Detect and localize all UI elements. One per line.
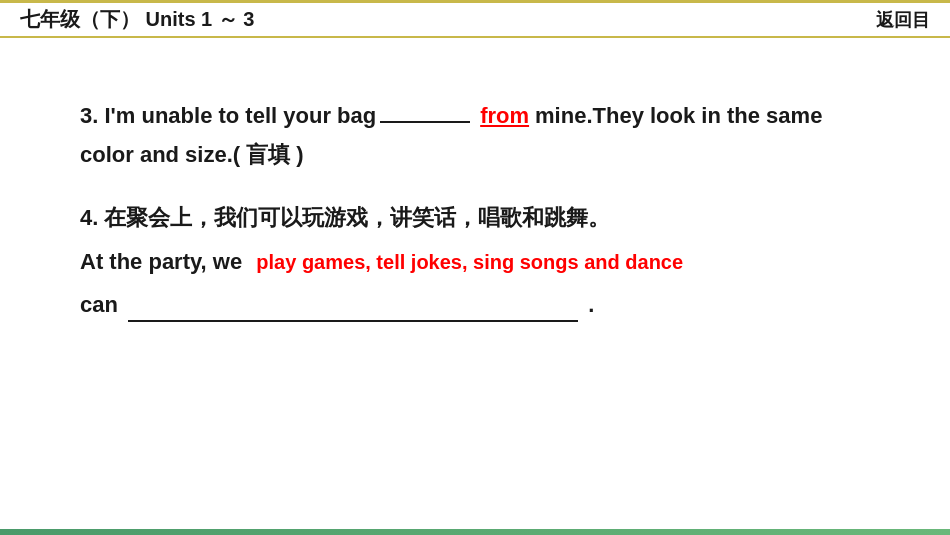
bottom-bar — [0, 529, 950, 535]
q4-long-underline — [128, 320, 578, 322]
header: 七年级（下） Units 1 ～ 3 返回目 — [0, 0, 950, 38]
question-4: 4. 在聚会上，我们可以玩游戏，讲笑话，唱歌和跳舞。 At the party,… — [80, 200, 870, 322]
q4-english-before: At the party, we — [80, 249, 242, 274]
question-3-line1: 3. I'm unable to tell your bag from mine… — [80, 98, 870, 133]
q4-line3-before: can — [80, 292, 118, 317]
q3-text-after: mine.They look in the same — [535, 98, 822, 133]
q4-chinese: 4. 在聚会上，我们可以玩游戏，讲笑话，唱歌和跳舞。 — [80, 200, 870, 235]
q4-english-line3: can . — [80, 287, 870, 322]
main-content: 3. I'm unable to tell your bag from mine… — [0, 38, 950, 382]
q3-text-before: 3. I'm unable to tell your bag — [80, 98, 376, 133]
q3-blank-underline — [380, 121, 470, 123]
back-button[interactable]: 返回目 — [876, 8, 930, 32]
q4-english-answer: play games, tell jokes, sing songs and d… — [256, 251, 683, 273]
question-3: 3. I'm unable to tell your bag from mine… — [80, 98, 870, 172]
q4-english-line2: At the party, we play games, tell jokes,… — [80, 244, 870, 279]
question-3-line2: color and size.( 盲填 ) — [80, 137, 870, 172]
q4-dot-end: . — [588, 292, 594, 317]
q3-answer: from — [480, 98, 529, 133]
header-title: 七年级（下） Units 1 ～ 3 — [20, 6, 254, 33]
